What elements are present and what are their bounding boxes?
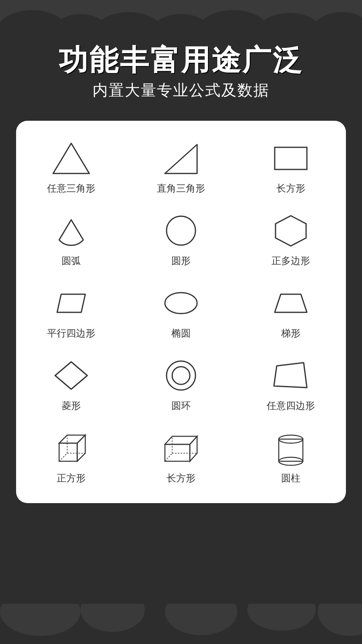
ring-icon	[159, 357, 203, 394]
shape-item-cube: 正方形	[16, 419, 126, 491]
shapes-card: 任意三角形 直角三角形 长方形	[16, 121, 346, 503]
svg-marker-13	[57, 294, 85, 312]
sub-title: 内置大量专业公式及数据	[16, 80, 346, 101]
svg-marker-12	[276, 216, 306, 246]
shape-item-cuboid: 长方形	[126, 419, 236, 491]
svg-point-17	[167, 361, 195, 390]
trapezoid-label: 梯形	[281, 327, 300, 340]
svg-marker-16	[55, 362, 87, 389]
svg-marker-28	[190, 436, 197, 461]
top-clouds	[0, 0, 362, 32]
cylinder-icon	[269, 430, 313, 466]
circle-icon	[159, 213, 203, 249]
svg-rect-10	[275, 147, 307, 169]
cuboid-label: 长方形	[167, 472, 195, 485]
shape-item-arc: 圆弧	[16, 201, 126, 274]
svg-point-18	[172, 367, 190, 384]
svg-marker-26	[165, 444, 190, 461]
ring-label: 圆环	[171, 399, 191, 412]
svg-marker-22	[77, 435, 85, 461]
triangle-icon	[49, 140, 93, 176]
svg-marker-9	[165, 144, 197, 173]
main-title: 功能丰富用途广泛	[16, 44, 346, 76]
shape-item-right-triangle: 直角三角形	[126, 129, 236, 201]
shape-item-cylinder: 圆柱	[236, 419, 346, 491]
shape-item-diamond: 菱形	[16, 346, 126, 419]
shape-item-ring: 圆环	[126, 346, 236, 419]
hexagon-icon	[269, 213, 313, 249]
quad-label: 任意四边形	[267, 399, 315, 412]
shape-item-triangle: 任意三角形	[16, 129, 126, 201]
svg-point-11	[167, 216, 195, 245]
right-triangle-label: 直角三角形	[157, 182, 205, 195]
bottom-clouds	[0, 604, 362, 644]
shape-item-circle: 圆形	[126, 201, 236, 274]
svg-marker-27	[165, 436, 197, 444]
svg-line-23	[59, 453, 67, 461]
ellipse-label: 椭圆	[171, 327, 191, 340]
parallelogram-label: 平行四边形	[47, 327, 95, 340]
shape-item-hexagon: 正多边形	[236, 201, 346, 274]
page-wrapper: 功能丰富用途广泛 内置大量专业公式及数据 任意三角形 直角	[0, 0, 362, 644]
svg-point-14	[165, 293, 197, 314]
triangle-label: 任意三角形	[47, 182, 95, 195]
shape-item-rectangle: 长方形	[236, 129, 346, 201]
cuboid-icon	[159, 430, 203, 466]
svg-marker-19	[274, 363, 307, 388]
cylinder-label: 圆柱	[281, 472, 300, 485]
shapes-grid: 任意三角形 直角三角形 长方形	[16, 129, 346, 491]
cube-label: 正方形	[57, 472, 86, 485]
trapezoid-icon	[269, 285, 313, 321]
svg-marker-8	[53, 143, 89, 173]
shape-item-parallelogram: 平行四边形	[16, 274, 126, 346]
cube-icon	[49, 430, 93, 466]
quad-icon	[269, 357, 313, 394]
arc-icon	[49, 213, 93, 249]
circle-label: 圆形	[171, 254, 191, 267]
rectangle-icon	[269, 140, 313, 176]
diamond-icon	[49, 357, 93, 394]
shape-item-quad: 任意四边形	[236, 346, 346, 419]
parallelogram-icon	[49, 285, 93, 321]
svg-marker-15	[275, 294, 307, 312]
diamond-label: 菱形	[62, 399, 81, 412]
shape-item-ellipse: 椭圆	[126, 274, 236, 346]
shape-item-trapezoid: 梯形	[236, 274, 346, 346]
svg-line-29	[165, 453, 172, 461]
ellipse-icon	[159, 285, 203, 321]
rectangle-label: 长方形	[276, 182, 305, 195]
right-triangle-icon	[159, 140, 203, 176]
arc-label: 圆弧	[62, 254, 81, 267]
hexagon-label: 正多边形	[272, 254, 310, 267]
header-section: 功能丰富用途广泛 内置大量专业公式及数据	[0, 32, 362, 121]
